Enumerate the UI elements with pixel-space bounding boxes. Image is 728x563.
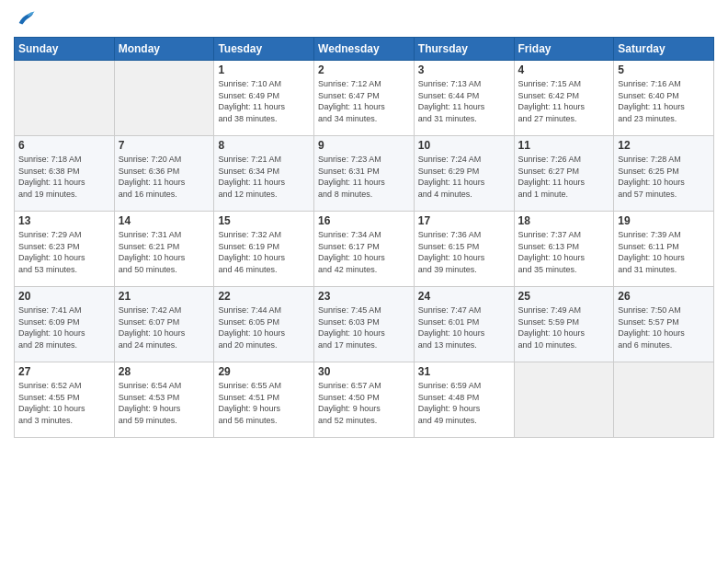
day-number: 9 — [318, 139, 410, 152]
calendar-week-3: 20Sunrise: 7:41 AM Sunset: 6:09 PM Dayli… — [15, 287, 714, 362]
day-info: Sunrise: 6:54 AM Sunset: 4:53 PM Dayligh… — [119, 380, 210, 426]
day-number: 7 — [119, 139, 210, 152]
calendar-cell: 9Sunrise: 7:23 AM Sunset: 6:31 PM Daylig… — [314, 136, 415, 212]
calendar-cell: 21Sunrise: 7:42 AM Sunset: 6:07 PM Dayli… — [114, 287, 214, 362]
day-number: 12 — [618, 139, 710, 152]
day-number: 16 — [318, 214, 410, 227]
calendar-cell — [514, 362, 614, 438]
day-number: 3 — [418, 63, 510, 76]
day-info: Sunrise: 7:47 AM Sunset: 6:01 PM Dayligh… — [418, 304, 510, 350]
calendar-cell: 27Sunrise: 6:52 AM Sunset: 4:55 PM Dayli… — [15, 362, 115, 438]
day-number: 21 — [119, 290, 210, 303]
calendar-cell: 1Sunrise: 7:10 AM Sunset: 6:49 PM Daylig… — [214, 61, 314, 136]
day-number: 24 — [418, 290, 510, 303]
day-number: 13 — [18, 214, 110, 227]
page-header — [14, 9, 714, 29]
day-number: 6 — [18, 139, 110, 152]
calendar-cell: 11Sunrise: 7:26 AM Sunset: 6:27 PM Dayli… — [514, 136, 614, 212]
day-info: Sunrise: 7:42 AM Sunset: 6:07 PM Dayligh… — [119, 304, 210, 350]
day-number: 30 — [318, 365, 410, 378]
calendar-cell — [114, 61, 214, 136]
day-info: Sunrise: 7:13 AM Sunset: 6:44 PM Dayligh… — [418, 78, 510, 124]
calendar-cell: 7Sunrise: 7:20 AM Sunset: 6:36 PM Daylig… — [114, 136, 214, 212]
day-number: 25 — [518, 290, 610, 303]
day-number: 5 — [618, 63, 710, 76]
logo — [14, 9, 36, 29]
day-number: 26 — [618, 290, 710, 303]
day-info: Sunrise: 7:41 AM Sunset: 6:09 PM Dayligh… — [18, 304, 110, 350]
weekday-tuesday: Tuesday — [214, 38, 314, 61]
day-info: Sunrise: 7:21 AM Sunset: 6:34 PM Dayligh… — [218, 154, 310, 200]
day-number: 1 — [218, 63, 310, 76]
calendar-cell: 3Sunrise: 7:13 AM Sunset: 6:44 PM Daylig… — [414, 61, 514, 136]
calendar-cell — [614, 362, 714, 438]
calendar-week-2: 13Sunrise: 7:29 AM Sunset: 6:23 PM Dayli… — [15, 212, 714, 287]
day-info: Sunrise: 7:36 AM Sunset: 6:15 PM Dayligh… — [418, 229, 510, 275]
calendar-cell: 23Sunrise: 7:45 AM Sunset: 6:03 PM Dayli… — [314, 287, 415, 362]
calendar-cell: 5Sunrise: 7:16 AM Sunset: 6:40 PM Daylig… — [614, 61, 714, 136]
day-number: 14 — [119, 214, 210, 227]
day-info: Sunrise: 6:52 AM Sunset: 4:55 PM Dayligh… — [18, 380, 110, 426]
weekday-monday: Monday — [114, 38, 214, 61]
weekday-saturday: Saturday — [614, 38, 714, 61]
day-number: 11 — [518, 139, 610, 152]
day-number: 23 — [318, 290, 410, 303]
day-number: 10 — [418, 139, 510, 152]
calendar-cell: 30Sunrise: 6:57 AM Sunset: 4:50 PM Dayli… — [314, 362, 415, 438]
day-info: Sunrise: 7:49 AM Sunset: 5:59 PM Dayligh… — [518, 304, 610, 350]
day-number: 8 — [218, 139, 310, 152]
day-info: Sunrise: 7:10 AM Sunset: 6:49 PM Dayligh… — [218, 78, 310, 124]
day-info: Sunrise: 7:23 AM Sunset: 6:31 PM Dayligh… — [318, 154, 410, 200]
weekday-wednesday: Wednesday — [314, 38, 415, 61]
calendar-cell: 13Sunrise: 7:29 AM Sunset: 6:23 PM Dayli… — [15, 212, 115, 287]
day-number: 27 — [18, 365, 110, 378]
logo-bird-icon — [16, 9, 36, 29]
weekday-header-row: SundayMondayTuesdayWednesdayThursdayFrid… — [15, 38, 714, 61]
calendar-cell: 20Sunrise: 7:41 AM Sunset: 6:09 PM Dayli… — [15, 287, 115, 362]
calendar-cell: 8Sunrise: 7:21 AM Sunset: 6:34 PM Daylig… — [214, 136, 314, 212]
day-number: 29 — [218, 365, 310, 378]
day-number: 4 — [518, 63, 610, 76]
day-number: 2 — [318, 63, 410, 76]
day-info: Sunrise: 7:39 AM Sunset: 6:11 PM Dayligh… — [618, 229, 710, 275]
calendar-cell: 31Sunrise: 6:59 AM Sunset: 4:48 PM Dayli… — [414, 362, 514, 438]
day-info: Sunrise: 7:45 AM Sunset: 6:03 PM Dayligh… — [318, 304, 410, 350]
calendar-cell: 10Sunrise: 7:24 AM Sunset: 6:29 PM Dayli… — [414, 136, 514, 212]
day-number: 31 — [418, 365, 510, 378]
calendar-cell: 19Sunrise: 7:39 AM Sunset: 6:11 PM Dayli… — [614, 212, 714, 287]
day-info: Sunrise: 7:37 AM Sunset: 6:13 PM Dayligh… — [518, 229, 610, 275]
day-info: Sunrise: 6:59 AM Sunset: 4:48 PM Dayligh… — [418, 380, 510, 426]
calendar-table: SundayMondayTuesdayWednesdayThursdayFrid… — [14, 37, 714, 438]
calendar-cell: 12Sunrise: 7:28 AM Sunset: 6:25 PM Dayli… — [614, 136, 714, 212]
weekday-friday: Friday — [514, 38, 614, 61]
day-info: Sunrise: 7:28 AM Sunset: 6:25 PM Dayligh… — [618, 154, 710, 200]
calendar-cell: 24Sunrise: 7:47 AM Sunset: 6:01 PM Dayli… — [414, 287, 514, 362]
calendar-cell: 25Sunrise: 7:49 AM Sunset: 5:59 PM Dayli… — [514, 287, 614, 362]
day-number: 19 — [618, 214, 710, 227]
weekday-thursday: Thursday — [414, 38, 514, 61]
day-info: Sunrise: 7:50 AM Sunset: 5:57 PM Dayligh… — [618, 304, 710, 350]
day-info: Sunrise: 7:26 AM Sunset: 6:27 PM Dayligh… — [518, 154, 610, 200]
calendar-cell: 2Sunrise: 7:12 AM Sunset: 6:47 PM Daylig… — [314, 61, 415, 136]
day-info: Sunrise: 7:29 AM Sunset: 6:23 PM Dayligh… — [18, 229, 110, 275]
day-number: 28 — [119, 365, 210, 378]
day-info: Sunrise: 7:12 AM Sunset: 6:47 PM Dayligh… — [318, 78, 410, 124]
day-info: Sunrise: 7:34 AM Sunset: 6:17 PM Dayligh… — [318, 229, 410, 275]
day-number: 18 — [518, 214, 610, 227]
calendar-cell: 28Sunrise: 6:54 AM Sunset: 4:53 PM Dayli… — [114, 362, 214, 438]
day-info: Sunrise: 7:18 AM Sunset: 6:38 PM Dayligh… — [18, 154, 110, 200]
calendar-cell: 15Sunrise: 7:32 AM Sunset: 6:19 PM Dayli… — [214, 212, 314, 287]
day-info: Sunrise: 7:31 AM Sunset: 6:21 PM Dayligh… — [119, 229, 210, 275]
calendar-week-4: 27Sunrise: 6:52 AM Sunset: 4:55 PM Dayli… — [15, 362, 714, 438]
calendar-cell: 29Sunrise: 6:55 AM Sunset: 4:51 PM Dayli… — [214, 362, 314, 438]
calendar-cell: 6Sunrise: 7:18 AM Sunset: 6:38 PM Daylig… — [15, 136, 115, 212]
day-number: 17 — [418, 214, 510, 227]
calendar-cell: 26Sunrise: 7:50 AM Sunset: 5:57 PM Dayli… — [614, 287, 714, 362]
calendar-cell: 18Sunrise: 7:37 AM Sunset: 6:13 PM Dayli… — [514, 212, 614, 287]
day-info: Sunrise: 7:15 AM Sunset: 6:42 PM Dayligh… — [518, 78, 610, 124]
day-info: Sunrise: 6:55 AM Sunset: 4:51 PM Dayligh… — [218, 380, 310, 426]
day-info: Sunrise: 7:24 AM Sunset: 6:29 PM Dayligh… — [418, 154, 510, 200]
day-info: Sunrise: 7:32 AM Sunset: 6:19 PM Dayligh… — [218, 229, 310, 275]
day-number: 20 — [18, 290, 110, 303]
calendar-cell: 4Sunrise: 7:15 AM Sunset: 6:42 PM Daylig… — [514, 61, 614, 136]
